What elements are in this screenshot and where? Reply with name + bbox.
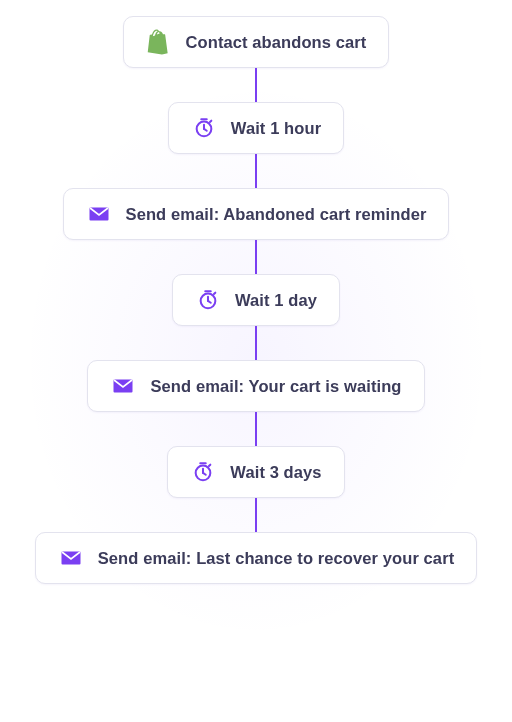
workflow-node-email[interactable]: Send email: Abandoned cart reminder — [63, 188, 450, 240]
email-icon — [110, 373, 136, 399]
workflow-connector — [255, 240, 257, 274]
workflow-node-label: Send email: Last chance to recover your … — [98, 549, 455, 568]
svg-line-8 — [208, 301, 211, 303]
svg-line-4 — [210, 121, 211, 122]
workflow-node-trigger[interactable]: Contact abandons cart — [123, 16, 390, 68]
workflow-node-email[interactable]: Send email: Your cart is waiting — [87, 360, 424, 412]
workflow-node-label: Send email: Your cart is waiting — [150, 377, 401, 396]
timer-icon — [195, 287, 221, 313]
shopify-icon — [146, 29, 172, 55]
workflow-node-label: Wait 1 day — [235, 291, 317, 310]
workflow-canvas: Contact abandons cart Wait 1 hour Send e… — [0, 0, 512, 722]
workflow-node-label: Wait 1 hour — [231, 119, 321, 138]
email-icon — [86, 201, 112, 227]
svg-line-10 — [214, 293, 215, 294]
svg-line-14 — [203, 473, 206, 475]
workflow-connector — [255, 68, 257, 102]
workflow-connector — [255, 498, 257, 532]
workflow-node-wait[interactable]: Wait 3 days — [167, 446, 344, 498]
timer-icon — [191, 115, 217, 141]
workflow-node-email[interactable]: Send email: Last chance to recover your … — [35, 532, 478, 584]
workflow-connector — [255, 326, 257, 360]
workflow-connector — [255, 154, 257, 188]
svg-line-16 — [209, 465, 210, 466]
workflow-node-label: Contact abandons cart — [186, 33, 367, 52]
workflow-node-label: Send email: Abandoned cart reminder — [126, 205, 427, 224]
workflow-connector — [255, 412, 257, 446]
email-icon — [58, 545, 84, 571]
workflow-node-wait[interactable]: Wait 1 hour — [168, 102, 344, 154]
timer-icon — [190, 459, 216, 485]
workflow-node-wait[interactable]: Wait 1 day — [172, 274, 340, 326]
svg-line-2 — [204, 129, 207, 131]
workflow-node-label: Wait 3 days — [230, 463, 321, 482]
